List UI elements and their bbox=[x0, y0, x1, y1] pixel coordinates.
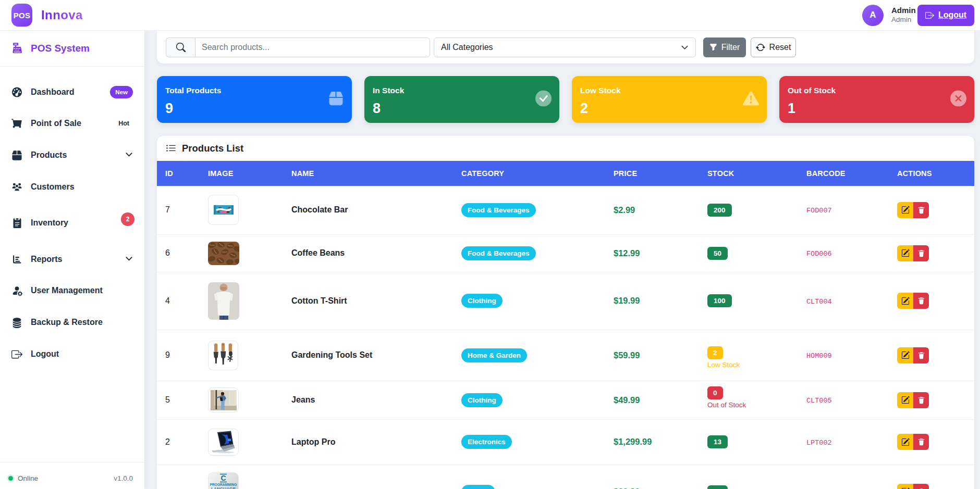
svg-text:C: C bbox=[220, 474, 226, 482]
svg-text:PROGRAMMING: PROGRAMMING bbox=[210, 483, 237, 486]
svg-text:LANGUAGE: LANGUAGE bbox=[211, 487, 236, 489]
